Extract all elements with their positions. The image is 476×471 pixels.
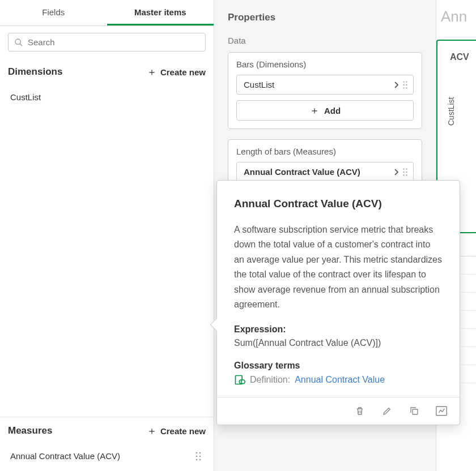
- plus-icon: ＋: [309, 105, 320, 115]
- create-dimension-button[interactable]: ＋ Create new: [147, 67, 206, 77]
- delete-icon[interactable]: [354, 405, 366, 417]
- measures-header: Measures ＋ Create new: [0, 417, 214, 441]
- create-measure-button[interactable]: ＋ Create new: [147, 426, 206, 436]
- svg-point-6: [196, 459, 198, 460]
- chart-acv-label: ACV: [437, 41, 476, 62]
- bars-field-pill[interactable]: CustList: [236, 75, 414, 95]
- svg-line-1: [20, 44, 22, 46]
- search-input[interactable]: [28, 37, 199, 47]
- tab-fields[interactable]: Fields: [0, 0, 107, 25]
- popover-toolbar: [217, 397, 460, 425]
- svg-point-16: [403, 171, 404, 172]
- svg-point-14: [403, 168, 404, 169]
- create-new-label: Create new: [160, 426, 206, 436]
- bars-card-title: Bars (Dimensions): [236, 59, 414, 69]
- svg-point-9: [406, 81, 407, 82]
- svg-point-0: [15, 39, 20, 44]
- svg-point-2: [196, 452, 198, 453]
- measure-item-label: Annual Contract Value (ACV): [10, 451, 120, 461]
- drag-handle-icon[interactable]: [193, 452, 203, 461]
- chevron-right-icon: [394, 169, 398, 175]
- left-tabs: Fields Master items: [0, 0, 214, 26]
- plus-icon: ＋: [147, 67, 157, 77]
- popover-description: A software subscription service metric t…: [234, 222, 443, 312]
- plus-icon: ＋: [147, 426, 157, 436]
- glossary-row: Definition: Annual Contract Value: [234, 374, 443, 386]
- svg-point-5: [199, 455, 201, 457]
- add-label: Add: [324, 106, 341, 115]
- create-new-label: Create new: [160, 67, 206, 77]
- svg-point-8: [403, 81, 404, 82]
- drag-handle-icon[interactable]: [403, 168, 407, 176]
- duplicate-icon[interactable]: [409, 405, 420, 417]
- search-icon: [14, 38, 23, 47]
- glossary-title: Glossary terms: [234, 361, 443, 371]
- length-card-title: Length of bars (Measures): [236, 147, 414, 156]
- chart-y-axis-label: CustList: [447, 97, 456, 126]
- svg-point-11: [406, 84, 407, 85]
- measure-detail-popover: Annual Contract Value (ACV) A software s…: [216, 180, 460, 425]
- bars-card: Bars (Dimensions) CustList ＋ Add: [228, 52, 422, 129]
- measure-item[interactable]: Annual Contract Value (ACV): [0, 444, 214, 468]
- dimensions-header: Dimensions ＋ Create new: [0, 58, 214, 82]
- tab-master-items[interactable]: Master items: [107, 0, 214, 25]
- edit-icon[interactable]: [381, 405, 393, 417]
- svg-point-17: [406, 171, 407, 172]
- glossary-icon: [234, 374, 245, 386]
- dimensions-list: CustList: [0, 82, 214, 112]
- svg-point-13: [406, 87, 407, 88]
- chart-big-title: Ann: [441, 8, 467, 25]
- measures-list: Annual Contract Value (ACV): [0, 441, 214, 471]
- expression-value: Sum([Annual Contract Value (ACV)]): [234, 338, 443, 348]
- glossary-link[interactable]: Annual Contract Value: [295, 375, 385, 385]
- chevron-right-icon: [394, 82, 398, 88]
- popover-title: Annual Contract Value (ACV): [234, 198, 443, 210]
- dimension-item[interactable]: CustList: [0, 85, 214, 109]
- svg-point-3: [199, 452, 201, 453]
- svg-point-22: [241, 380, 245, 384]
- search-input-wrap[interactable]: [8, 33, 206, 52]
- length-field-label: Annual Contract Value (ACV): [244, 167, 360, 177]
- svg-point-18: [403, 174, 404, 175]
- svg-point-19: [406, 174, 407, 175]
- properties-title: Properties: [214, 0, 436, 32]
- drag-handle-icon[interactable]: [403, 81, 407, 89]
- svg-point-15: [406, 168, 407, 169]
- svg-rect-25: [413, 409, 418, 414]
- svg-point-4: [196, 455, 198, 457]
- bars-field-label: CustList: [244, 80, 274, 89]
- glossary-def-label: Definition:: [250, 375, 290, 385]
- measures-title: Measures: [8, 425, 52, 436]
- add-dimension-button[interactable]: ＋ Add: [236, 100, 414, 121]
- left-panel: Fields Master items Dimensions ＋ Create …: [0, 0, 214, 471]
- svg-point-10: [403, 84, 404, 85]
- dimensions-title: Dimensions: [8, 66, 62, 78]
- svg-point-12: [403, 87, 404, 88]
- expression-label: Expression:: [234, 324, 443, 335]
- svg-point-7: [199, 459, 201, 460]
- add-to-sheet-icon[interactable]: [436, 405, 447, 417]
- length-field-pill[interactable]: Annual Contract Value (ACV): [236, 162, 414, 182]
- dimension-item-label: CustList: [10, 92, 41, 102]
- data-section-label: Data: [228, 32, 422, 52]
